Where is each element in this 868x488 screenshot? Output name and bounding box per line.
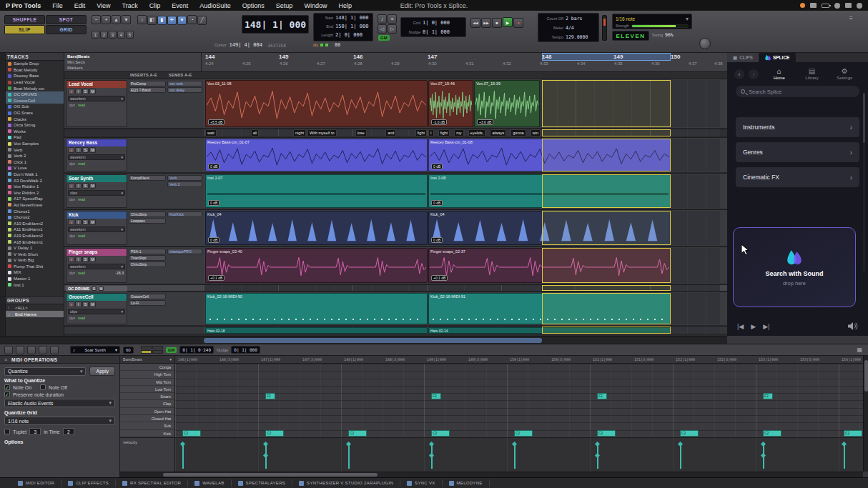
track-list-item[interactable]: Reecey Bass bbox=[0, 73, 64, 79]
track-list-item[interactable]: Works bbox=[0, 129, 64, 135]
track-header[interactable]: Reecey Bass ●ISM waveform▾ dynread bbox=[66, 139, 127, 171]
automation-label[interactable]: dyn bbox=[69, 234, 75, 238]
lyric-chip[interactable]: fight bbox=[438, 129, 450, 136]
lyric-chip[interactable]: all bbox=[251, 129, 260, 136]
drum-lane-name[interactable]: Open Hat bbox=[120, 408, 174, 415]
track-list-item[interactable]: V Verb Big bbox=[0, 257, 64, 264]
track-list-item[interactable]: Lead Vocal bbox=[0, 79, 64, 86]
track-list-name[interactable]: Inst 1 bbox=[14, 283, 24, 287]
track-list-item[interactable]: GrooveCell bbox=[0, 98, 64, 104]
send-slot[interactable]: KickKlick bbox=[167, 211, 202, 217]
lyric-chip[interactable]: always bbox=[490, 129, 506, 136]
track-name[interactable]: GrooveCell bbox=[66, 294, 127, 301]
post-roll-icon[interactable]: ▷ bbox=[388, 24, 397, 34]
track-list-name[interactable]: Don't Walk 1 bbox=[14, 172, 38, 176]
midi-ruler-corner[interactable]: Bars|Beats▾ bbox=[120, 356, 175, 364]
midi-note[interactable]: C2 bbox=[680, 430, 699, 437]
track-list-name[interactable]: Clacks bbox=[14, 117, 26, 121]
zoom-preset-button[interactable]: 5 bbox=[126, 31, 134, 39]
timeline-ruler[interactable]: Bars|Beats Min:Secs Markers 144145146147… bbox=[64, 53, 727, 72]
splice-category-row[interactable]: Genres › bbox=[736, 142, 859, 162]
drum-lane-name[interactable]: Low Tom bbox=[120, 386, 174, 393]
mute-button[interactable]: M bbox=[89, 183, 96, 189]
track-list-name[interactable]: Works bbox=[14, 129, 26, 134]
track-lane[interactable]: Finger snaps_02-40 +0.1 dB Finger snaps_… bbox=[204, 248, 720, 283]
track-list-item[interactable]: Boat Melody bbox=[0, 67, 64, 74]
search-with-sound-dropzone[interactable]: Search with Sound drop here bbox=[733, 227, 856, 307]
track-list-name[interactable]: Verb 2 bbox=[14, 154, 26, 158]
midi-horizontal-scrollbar[interactable] bbox=[120, 472, 863, 477]
lyric-chip[interactable]: my bbox=[454, 129, 463, 136]
track-list-item[interactable]: Verb 2 bbox=[0, 153, 64, 159]
midi-timeline-ruler[interactable]: 146|1|000146|3|000147|1|000147|3|000148|… bbox=[175, 356, 863, 364]
track-lane[interactable]: Reecey Bass-cm_01-07 0 dB Reecey Bass-cm… bbox=[204, 139, 720, 171]
track-list-name[interactable]: Pump That Shit bbox=[14, 264, 43, 269]
track-list-name[interactable]: Sample Drop bbox=[14, 61, 39, 66]
track-list-name[interactable]: Chorus2 bbox=[14, 215, 30, 219]
grabber-tool-icon[interactable]: ✛ bbox=[167, 16, 177, 25]
group-item[interactable]: ! <ALL> bbox=[0, 304, 64, 311]
track-list-item[interactable]: Verb bbox=[0, 146, 64, 153]
menu-item[interactable]: AudioSuite bbox=[194, 2, 237, 9]
splice-scrollbar[interactable] bbox=[863, 93, 865, 272]
counter-value[interactable]: 4/4 bbox=[566, 25, 574, 31]
grid-nudge-row[interactable]: Nudge 0| 1| 000 bbox=[401, 27, 465, 36]
ruler-numbers[interactable]: 144145146147148149150 4:244:254:264:274:… bbox=[204, 53, 727, 71]
track-list-name[interactable]: A17 SpeedRap bbox=[14, 196, 43, 201]
lyric-chip[interactable]: With myself to bbox=[307, 129, 337, 136]
track-view-selector[interactable]: waveform▾ bbox=[68, 154, 125, 160]
track-list-item[interactable]: Clacks bbox=[0, 116, 64, 122]
clip-gain-badge[interactable]: +0.1 dB bbox=[208, 275, 225, 281]
wifi-icon[interactable] bbox=[834, 3, 840, 9]
midi-note[interactable]: C2 bbox=[514, 430, 533, 437]
send-slot[interactable]: Verb bbox=[167, 175, 202, 181]
splice-nav-item[interactable]: ⌂ Home bbox=[763, 68, 796, 80]
track-lane[interactable]: Inst 2-07 0 dB Inst 2-08 0 dB bbox=[204, 174, 720, 208]
apply-button[interactable]: Apply bbox=[89, 367, 115, 376]
tuplet-label[interactable]: Tuplet bbox=[13, 429, 26, 434]
insert-slot[interactable]: PSA-1 bbox=[129, 249, 166, 254]
previous-icon[interactable]: |◀ bbox=[737, 323, 744, 330]
mute-button[interactable]: M bbox=[89, 219, 96, 225]
track-list-name[interactable]: Click 1 bbox=[14, 160, 26, 164]
ruler-row-markers[interactable]: Markers bbox=[67, 65, 199, 71]
input-monitor-button[interactable]: I bbox=[75, 219, 82, 225]
midi-note[interactable]: C2 bbox=[431, 430, 450, 437]
trimmer-tool-icon[interactable] bbox=[16, 346, 24, 354]
track-list-name[interactable]: A19 EndHarm2 bbox=[14, 234, 43, 238]
lyric-chip[interactable]: and bbox=[385, 129, 396, 136]
clip-gain-badge[interactable]: +3.0 dB bbox=[477, 119, 493, 125]
automation-label[interactable]: dyn bbox=[69, 197, 75, 201]
lyric-chip[interactable]: lose bbox=[355, 129, 367, 136]
window-tab[interactable]: SPECTRALAYERS bbox=[232, 479, 292, 487]
insert-slot[interactable]: ChiroStrip bbox=[129, 211, 166, 217]
insert-slot[interactable]: EQ3 7-Band bbox=[129, 87, 166, 93]
send-slot[interactable]: Verb 2 bbox=[167, 181, 202, 187]
track-list-item[interactable]: Chorus1 bbox=[0, 208, 64, 214]
grid-display-icon[interactable]: ▦ bbox=[857, 347, 862, 353]
track-list-name[interactable]: A3 DontWalk 2 bbox=[14, 179, 42, 183]
audio-clip[interactable]: Vox.03_11-08 +5.5 dB bbox=[205, 80, 428, 127]
track-lane[interactable]: Kick_02-16-MIDI-90 Kick_02-16-MIDI-91 bbox=[204, 293, 720, 324]
track-name[interactable]: Finger snaps bbox=[66, 249, 127, 256]
track-list-item[interactable]: A10 EndHarm2 bbox=[0, 220, 64, 226]
track-list-name[interactable]: Vox Samples bbox=[14, 141, 39, 146]
menu-item[interactable]: P Pro Tools bbox=[0, 2, 46, 9]
group-item[interactable]: 1 End Harms bbox=[0, 311, 64, 317]
record-arm-button[interactable]: ● bbox=[68, 183, 74, 189]
drum-lane-name[interactable]: Sub bbox=[120, 422, 174, 429]
midi-track-selector[interactable]: ♪ Soar Synth ▾ bbox=[70, 346, 120, 354]
track-header[interactable]: Finger snaps ●ISM waveform▾ dynread-16.3 bbox=[66, 248, 127, 283]
ruler-row-minsec[interactable]: Min:Secs bbox=[67, 59, 199, 65]
swing-value[interactable]: 96% bbox=[665, 32, 674, 38]
note-off-label[interactable]: Note Off bbox=[49, 385, 67, 390]
lyric-chip[interactable]: gonna bbox=[511, 129, 526, 136]
menu-item[interactable]: Track bbox=[117, 2, 144, 9]
menu-item[interactable]: Options bbox=[237, 2, 270, 9]
back-icon[interactable]: ‹ bbox=[734, 69, 744, 79]
track-list-item[interactable]: A17 SpeedRap bbox=[0, 196, 64, 202]
window-tab[interactable]: MIDI EDITOR bbox=[11, 479, 61, 487]
edit-selection-box[interactable] bbox=[542, 248, 671, 283]
insert-slot[interactable]: ProComp bbox=[129, 81, 166, 86]
strength-bar[interactable] bbox=[631, 24, 689, 28]
